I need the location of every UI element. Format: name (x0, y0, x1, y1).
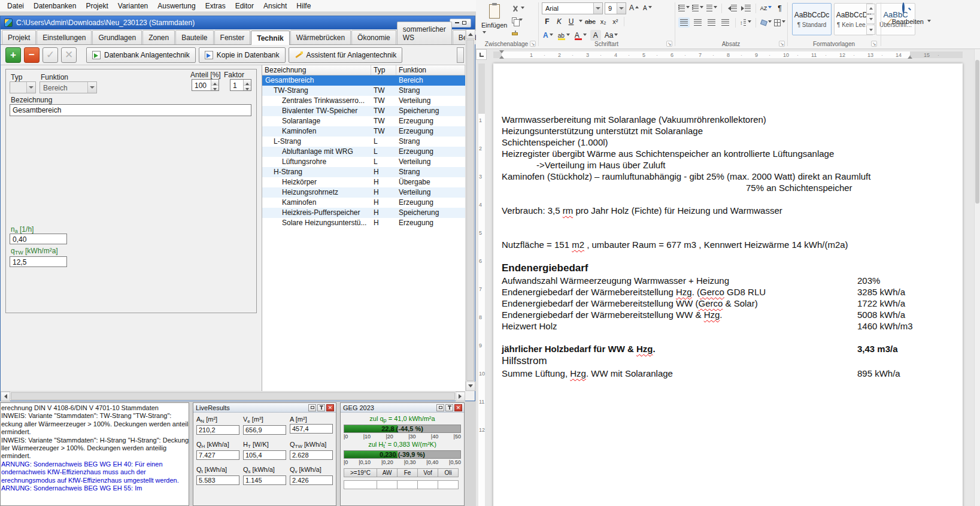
sort-button[interactable]: AZ (760, 3, 772, 13)
menu-item-varianten[interactable]: Varianten (113, 1, 153, 11)
text-effects-button[interactable]: A (542, 30, 554, 41)
hanging-indent-marker[interactable] (499, 56, 504, 59)
paste-button[interactable]: Einfügen (481, 2, 508, 37)
styles-scroll-down[interactable] (866, 14, 875, 25)
panel-restore-button[interactable] (308, 404, 316, 411)
align-center-button[interactable] (692, 17, 703, 28)
table-row[interactable]: Solare Heizungsunterstü...HErzeugung (262, 218, 465, 228)
vertical-ruler[interactable]: 123456789101112 (476, 60, 487, 506)
field-value[interactable]: 210,2 (196, 425, 239, 435)
styles-dialog-launcher[interactable]: ↘ (871, 41, 877, 47)
underline-options-icon[interactable] (579, 20, 582, 24)
field-value[interactable]: 1.145 (243, 475, 286, 485)
tab-bauteile[interactable]: Bauteile (175, 30, 213, 44)
table-row[interactable]: KaminofenTWErzeugung (262, 126, 465, 137)
panel-close-button[interactable]: ✕ (326, 404, 334, 411)
geg-header-cell[interactable]: AW (377, 468, 398, 477)
table-row[interactable]: Zentrales Trinkwasserro...TWVerteilung (262, 96, 465, 106)
styles-gallery-expand[interactable] (866, 25, 875, 35)
menu-item-hilfe[interactable]: Hilfe (292, 1, 315, 11)
table-row[interactable]: H-StrangHStrang (262, 167, 465, 177)
style-card--standard[interactable]: AaBbCcDc¶ Standard (792, 3, 832, 35)
geg-header-cell[interactable]: Fe (397, 468, 418, 477)
align-right-button[interactable] (706, 17, 717, 28)
table-row[interactable]: HeizkörperHÜbergabe (262, 177, 465, 187)
font-color-button[interactable]: A (574, 30, 588, 41)
line-spacing-button[interactable]: ↕ (740, 17, 751, 28)
remove-button[interactable]: − (24, 47, 40, 63)
confirm-button[interactable]: ✓ (43, 47, 58, 63)
faktor-spinner[interactable]: 1 (230, 79, 251, 91)
field-value[interactable]: 2.426 (290, 475, 333, 485)
first-line-indent-marker[interactable] (499, 50, 504, 53)
copy-button[interactable] (511, 16, 529, 25)
typ-select[interactable] (10, 81, 36, 93)
font-dialog-launcher[interactable]: ↘ (666, 41, 672, 47)
field-value[interactable]: 5.583 (196, 475, 239, 485)
table-row[interactable]: TW-StrangTWStrang (262, 86, 465, 96)
spinner-arrows[interactable] (211, 80, 219, 90)
table-row[interactable]: Abluftanlage mit WRGLErzeugung (262, 147, 465, 157)
field-value[interactable]: 656,9 (243, 425, 286, 435)
add-button[interactable]: + (5, 47, 21, 63)
geg-titlebar[interactable]: GEG 2023 ✕ (341, 403, 464, 413)
italic-button[interactable]: K (554, 16, 565, 27)
table-row[interactable]: HeizungsrohrnetzHVerteilung (262, 187, 465, 198)
tab-einstellungen[interactable]: Einstellungen (37, 30, 92, 44)
subscript-button[interactable]: x₂ (598, 16, 609, 27)
vertical-scrollbar[interactable] (465, 29, 475, 391)
panel-pin-button[interactable] (445, 404, 453, 411)
bold-button[interactable]: F (542, 16, 553, 27)
panel-restore-button[interactable] (436, 404, 444, 411)
tab-ökonomie[interactable]: Ökonomie (351, 30, 396, 44)
scrollbar-thumb[interactable] (11, 392, 455, 400)
tab-fenster[interactable]: Fenster (214, 30, 251, 44)
styles-scroll-up[interactable] (866, 4, 875, 14)
table-row[interactable]: GesamtbereichBereich (262, 75, 465, 86)
scroll-up-button[interactable] (466, 29, 475, 39)
table-row[interactable]: SolaranlageTWErzeugung (262, 116, 465, 126)
field-value[interactable]: 457,4 (290, 424, 333, 434)
funktion-select[interactable]: Bereich (40, 81, 97, 93)
underline-button[interactable]: U (566, 16, 577, 27)
minimize-restore-button[interactable] (450, 19, 471, 28)
liveresults-titlebar[interactable]: LiveResults ✕ (193, 403, 336, 413)
database-anlagentechnik-button[interactable]: Datenbank Anlagentechnik (86, 47, 196, 63)
tab-wärmebrücken[interactable]: Wärmebrücken (290, 30, 351, 44)
show-paragraph-marks-button[interactable]: ¶ (774, 3, 785, 13)
table-header[interactable]: Bezeichnung Typ Funktion (262, 65, 465, 75)
table-row[interactable]: LüftungsrohreLVerteilung (262, 157, 465, 167)
document-page[interactable]: Warmwasserbereitung mit Solaranlage (Vak… (493, 63, 963, 506)
scrollbar-thumb[interactable] (975, 60, 979, 204)
change-case-button[interactable]: Aa (603, 30, 620, 41)
format-painter-button[interactable] (511, 28, 529, 37)
spinner-arrows[interactable] (243, 80, 251, 90)
panel-pin-button[interactable] (317, 404, 325, 411)
geg-header-cell[interactable]: Vof (417, 468, 438, 477)
horizontal-scrollbar[interactable] (1, 391, 465, 401)
increase-indent-button[interactable] (740, 3, 751, 13)
scroll-right-button[interactable] (456, 392, 465, 401)
shading-button[interactable] (760, 17, 772, 28)
table-row[interactable]: Bivalenter TW-SpeicherTWSpeicherung (262, 106, 465, 116)
paragraph-dialog-launcher[interactable]: ↘ (779, 41, 785, 47)
anteil-spinner[interactable]: 100 (192, 79, 219, 91)
superscript-button[interactable]: x² (610, 16, 621, 27)
menu-item-ansicht[interactable]: Ansicht (259, 1, 292, 11)
multilevel-list-button[interactable] (706, 3, 717, 13)
tab-technik[interactable]: Technik (251, 31, 289, 45)
field-value[interactable]: 105,4 (243, 450, 286, 460)
na-input[interactable]: 0,40 (10, 234, 67, 244)
table-row[interactable]: KaminofenHErzeugung (262, 198, 465, 208)
table-row[interactable]: L-StrangLStrang (262, 137, 465, 147)
table-row[interactable]: Heizkreis-PufferspeicherHSpeicherung (262, 208, 465, 218)
geg-header-cell[interactable]: >=19°C (344, 468, 377, 477)
grow-font-button[interactable]: A (628, 2, 640, 13)
menu-item-datei[interactable]: Datei (2, 1, 29, 11)
assistant-button[interactable]: Assistent für Anlagentechnik (289, 47, 403, 63)
menu-item-extras[interactable]: Extras (201, 1, 230, 11)
field-value[interactable]: 2.628 (290, 450, 333, 460)
scroll-left-button[interactable] (1, 392, 10, 401)
search-button[interactable] (902, 4, 914, 16)
menu-item-auswertung[interactable]: Auswertung (153, 1, 200, 11)
